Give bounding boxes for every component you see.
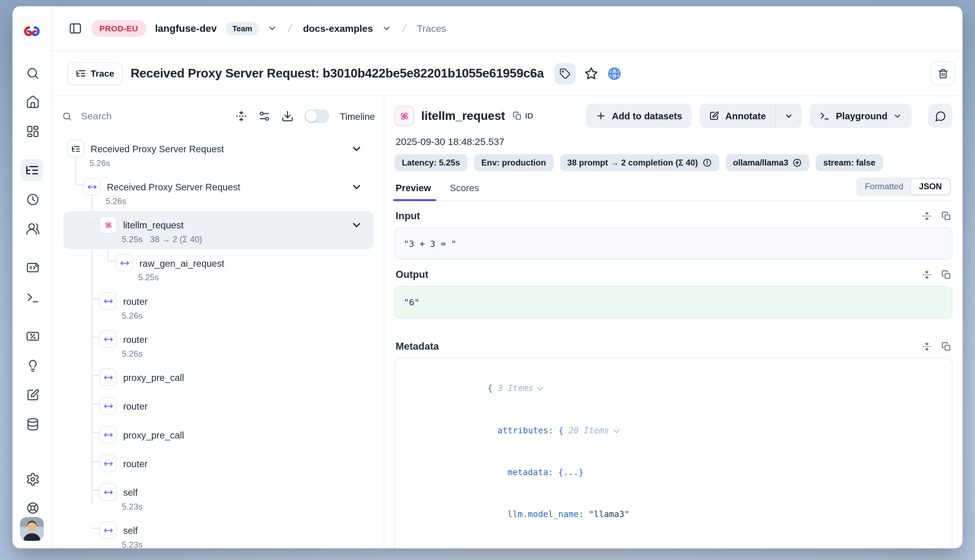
comments-button[interactable] (928, 104, 953, 128)
sidebar-item-sessions[interactable] (24, 190, 41, 208)
fold-vertical-icon[interactable] (922, 211, 932, 221)
tree-search[interactable] (62, 110, 224, 122)
format-toggle: Formatted JSON (856, 177, 951, 196)
tab-scores[interactable]: Scores (448, 181, 480, 201)
copy-icon[interactable] (941, 211, 951, 221)
json-key: metadata: (507, 467, 553, 477)
sidebar-item-support[interactable] (24, 499, 41, 517)
sidebar-item-annotation[interactable] (24, 386, 41, 403)
tree-node-row[interactable]: litellm_request 5.25s 38 → 2 (Σ 40) (63, 211, 374, 249)
collapse-all-button[interactable] (235, 110, 247, 122)
tree-search-input[interactable] (80, 110, 224, 122)
tree-node-row[interactable]: Received Proxy Server Request 5.26s (63, 135, 374, 173)
sidebar-item-prompts[interactable] (24, 259, 41, 276)
tree-node-line: Received Proxy Server Request (63, 140, 368, 157)
copy-icon[interactable] (941, 270, 951, 280)
span-node-icon (99, 426, 117, 443)
playground-button[interactable]: Playground (809, 104, 912, 128)
timeline-toggle[interactable] (304, 109, 329, 123)
project-switcher-chevron-icon[interactable] (382, 24, 391, 33)
metric-badge[interactable]: Env: production (474, 154, 554, 171)
node-collapse-chevron-icon[interactable] (351, 181, 362, 193)
trace-chip-label: Trace (90, 68, 114, 78)
favorite-star-button[interactable] (584, 66, 599, 81)
tree-node-row[interactable]: self 5.23s (63, 478, 374, 517)
tab-preview[interactable]: Preview (394, 181, 432, 201)
copy-id-button[interactable]: ID (513, 111, 533, 121)
metric-badge[interactable]: Latency: 5.25s (394, 154, 468, 171)
file-code-icon (25, 260, 40, 274)
json-brace: { (487, 383, 493, 393)
annotate-dropdown-button[interactable] (776, 104, 802, 128)
badge-label: stream: false (823, 158, 876, 167)
trash-icon (937, 68, 948, 79)
node-collapse-chevron-icon[interactable] (351, 143, 362, 155)
format-toggle-formatted[interactable]: Formatted (858, 178, 911, 195)
sidebar-item-settings[interactable] (24, 470, 41, 488)
org-type-badge: Team (226, 22, 259, 35)
annotate-button[interactable]: Annotate (700, 104, 775, 128)
public-share-button[interactable] (607, 66, 622, 81)
sidebar-item-insights[interactable] (24, 357, 41, 374)
org-name[interactable]: langfuse-dev (155, 23, 217, 34)
tree-node-line: litellm_request (63, 216, 368, 233)
user-avatar[interactable] (20, 517, 44, 541)
download-button[interactable] (281, 110, 293, 122)
tree-node-row[interactable]: self 5.23s (63, 517, 374, 548)
org-switcher-chevron-icon[interactable] (268, 24, 277, 33)
tree-settings-button[interactable] (258, 110, 271, 122)
format-toggle-json[interactable]: JSON (911, 178, 950, 195)
sidebar-item-evaluators[interactable] (24, 327, 41, 345)
tree-node-row[interactable]: Received Proxy Server Request 5.26s (63, 173, 374, 211)
id-label: ID (525, 111, 533, 121)
fold-vertical-icon (235, 110, 247, 122)
sidebar-item-dashboards[interactable] (24, 122, 41, 140)
tree-node-row[interactable]: router 5.26s (63, 325, 374, 363)
detail-scroll-area[interactable]: Input "3 + 3 = " Output (394, 201, 952, 548)
node-token-usage: 38 → 2 (Σ 40) (150, 235, 202, 244)
sidebar-item-search[interactable] (24, 64, 41, 82)
content-area: Timeline (52, 96, 963, 548)
badge-label: 38 prompt → 2 completion (Σ 40) (567, 158, 698, 167)
node-collapse-chevron-icon[interactable] (351, 219, 362, 231)
sidebar-item-tracing[interactable] (20, 158, 43, 181)
tree-node-row[interactable]: proxy_pre_call (63, 363, 374, 392)
metric-badge[interactable]: ollama/llama3 (725, 154, 809, 171)
sidebar-item-playground[interactable] (24, 288, 41, 306)
tree-node-line: self (63, 522, 368, 539)
sidebar-item-datasets[interactable] (24, 415, 41, 433)
trace-tree-icon (25, 163, 39, 177)
tree-node-row[interactable]: router 5.26s (63, 287, 374, 325)
delete-trace-button[interactable] (931, 61, 955, 86)
panel-left-toggle[interactable] (68, 21, 82, 36)
json-brace: { (558, 425, 564, 435)
sidebar-item-home[interactable] (24, 93, 41, 111)
add-to-datasets-button[interactable]: Add to datasets (585, 104, 692, 128)
sidebar-item-users[interactable] (24, 220, 41, 237)
tree-node-label: router (123, 401, 148, 411)
span-node-icon (99, 397, 117, 415)
breadcrumb-section[interactable]: Traces (417, 23, 446, 34)
json-key: attributes: (497, 425, 554, 435)
database-icon (25, 417, 40, 431)
terminal-icon (25, 290, 40, 304)
fold-vertical-icon[interactable] (922, 342, 932, 352)
tree-node-label: router (123, 458, 148, 468)
fold-vertical-icon[interactable] (922, 270, 932, 280)
tree-node-row[interactable]: raw_gen_ai_request 5.25s (63, 249, 374, 287)
langfuse-logo-icon[interactable] (23, 22, 41, 40)
tree-node-row[interactable]: router (63, 392, 374, 421)
metadata-json-viewer[interactable]: {3 Items attributes:{20 Items metadata:{… (394, 358, 952, 548)
tree-node-row[interactable]: router (63, 450, 374, 478)
tree-node-row[interactable]: proxy_pre_call (63, 421, 374, 450)
output-section-header: Output (396, 269, 951, 280)
tag-icon (559, 68, 571, 79)
tag-button[interactable] (555, 63, 576, 84)
metric-badge[interactable]: 38 prompt → 2 completion (Σ 40) (560, 154, 719, 171)
app-window: PROD-EU langfuse-dev Team / docs-example… (12, 6, 962, 548)
metadata-line: attributes:{20 Items (406, 409, 940, 451)
tree-node-line: raw_gen_ai_request (63, 254, 368, 272)
metric-badge[interactable]: stream: false (816, 154, 883, 171)
copy-icon[interactable] (941, 342, 951, 352)
project-name[interactable]: docs-examples (303, 23, 373, 34)
